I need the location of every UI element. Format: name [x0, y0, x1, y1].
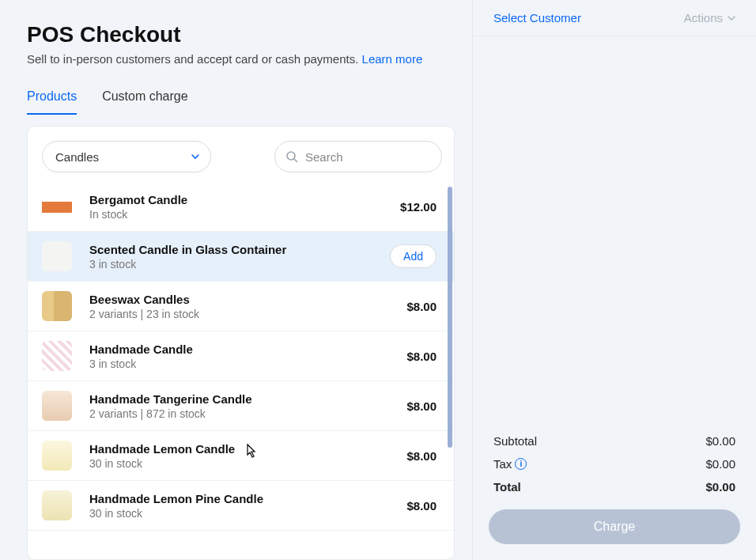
product-thumb: [42, 341, 72, 371]
product-price: $8.00: [406, 499, 437, 513]
subtotal-value: $0.00: [705, 434, 735, 448]
product-row[interactable]: Beeswax Candles 2 variants | 23 in stock…: [28, 282, 454, 331]
tabs: Products Custom charge: [27, 83, 455, 115]
scrollbar[interactable]: [448, 187, 452, 448]
product-thumb: [42, 241, 72, 271]
product-name: Handmade Lemon Pine Candle: [89, 492, 406, 505]
chevron-down-icon: [728, 14, 735, 22]
product-name: Handmade Lemon Candle: [89, 442, 406, 456]
product-thumb: [42, 291, 72, 321]
product-row[interactable]: Handmade Tangerine Candle 2 variants | 8…: [28, 381, 454, 431]
info-icon[interactable]: i: [515, 458, 527, 470]
product-price: $8.00: [406, 300, 437, 313]
tab-products[interactable]: Products: [27, 83, 77, 115]
cart-empty-area: [473, 36, 756, 423]
page-title: POS Checkout: [27, 22, 455, 47]
product-row[interactable]: Scented Candle in Glass Container 3 in s…: [28, 232, 454, 282]
product-stock: 3 in stock: [89, 258, 390, 271]
product-price: $8.00: [406, 449, 437, 463]
product-name: Handmade Tangerine Candle: [89, 392, 406, 406]
product-name: Beeswax Candles: [89, 293, 406, 306]
product-stock: 30 in stock: [89, 457, 406, 470]
product-price: $12.00: [400, 200, 437, 214]
actions-label: Actions: [684, 11, 723, 25]
product-thumb: [42, 490, 72, 520]
product-list: Bergamot Candle In stock $12.00 Scented …: [28, 182, 454, 559]
product-stock: 2 variants | 23 in stock: [89, 308, 406, 320]
category-select-value: Candles: [55, 150, 99, 164]
product-name: Bergamot Candle: [89, 193, 400, 206]
product-row[interactable]: Bergamot Candle In stock $12.00: [28, 182, 454, 232]
product-thumb: [42, 391, 72, 421]
product-row[interactable]: Handmade Lemon Candle 30 in stock $8.00: [28, 431, 454, 481]
product-name: Scented Candle in Glass Container: [89, 243, 390, 256]
charge-button[interactable]: Charge: [489, 509, 740, 544]
total-value: $0.00: [705, 480, 735, 494]
actions-dropdown[interactable]: Actions: [684, 11, 735, 25]
add-button[interactable]: Add: [390, 244, 437, 268]
product-price: $8.00: [406, 399, 437, 413]
tax-value: $0.00: [705, 457, 735, 471]
product-row[interactable]: Handmade Candle 3 in stock $8.00: [28, 331, 454, 381]
select-customer-link[interactable]: Select Customer: [493, 11, 581, 25]
product-thumb: [42, 191, 72, 221]
product-thumb: [42, 441, 72, 471]
tab-custom-charge[interactable]: Custom charge: [102, 83, 188, 115]
product-price: $8.00: [406, 350, 437, 363]
subtitle-text: Sell to in-person customers and accept c…: [27, 52, 362, 66]
product-stock: In stock: [89, 208, 400, 221]
product-name: Handmade Candle: [89, 342, 406, 356]
search-input[interactable]: [274, 141, 442, 172]
product-stock: 3 in stock: [89, 358, 406, 370]
total-label: Total: [493, 480, 521, 494]
subtotal-label: Subtotal: [493, 434, 537, 448]
product-row[interactable]: Handmade Lemon Pine Candle 30 in stock $…: [28, 481, 454, 531]
product-card: Candles Bergamot Candle In stock $12.00: [27, 126, 455, 560]
category-select[interactable]: Candles: [42, 141, 211, 172]
product-stock: 2 variants | 872 in stock: [89, 407, 406, 420]
totals-block: Subtotal $0.00 Tax i $0.00 Total $0.00: [473, 423, 756, 503]
tax-label: Tax: [493, 457, 512, 471]
page-subtitle: Sell to in-person customers and accept c…: [27, 52, 455, 66]
product-stock: 30 in stock: [89, 507, 406, 520]
learn-more-link[interactable]: Learn more: [362, 52, 423, 66]
